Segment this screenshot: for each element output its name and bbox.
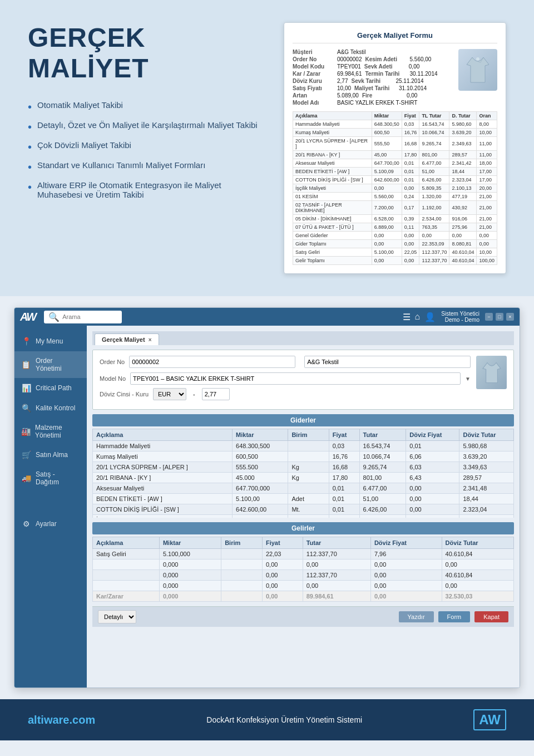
fire-label: Fire (362, 92, 407, 99)
model-no-row: Model No ▼ (100, 372, 471, 385)
table-row: Kumaş Maliyeti 600,500 16,76 10.066,74 6… (93, 451, 514, 462)
sidebar-item-order-yonetimi[interactable]: 📋 Order Yönetimi (14, 351, 87, 378)
giderler-section: Giderler Açıklama Miktar Birim Fiyat Tut… (92, 414, 514, 518)
model-kodu-value: TPEY001 (337, 63, 361, 70)
satis-fiyati-label: Satış Fiyatı (293, 85, 337, 91)
search-bar[interactable]: 🔍 (44, 311, 122, 323)
model-no-input[interactable] (130, 372, 461, 385)
sidebar-item-critical-path[interactable]: 📊 Critical Path (14, 378, 87, 398)
gelirler-table-area[interactable]: Açıklama Miktar Birim Fiyat Tutar Döviz … (92, 537, 514, 602)
sidebar-item-satin-alma[interactable]: 🛒 Satın Alma (14, 445, 87, 465)
sidebar-item-label: Malzeme Yönetimi (35, 424, 80, 439)
table-row: 20/1 RIBANA - [KY ] 45.000 Kg 17,80 801,… (93, 473, 514, 483)
col-miktar: Miktar (233, 429, 288, 441)
giderler-header-row: Açıklama Miktar Birim Fiyat Tutar Döviz … (93, 429, 514, 441)
doviz-cinsi-select[interactable]: EURUSDTRY (153, 388, 186, 400)
satin-alma-icon: 🛒 (21, 450, 31, 459)
sidebar-item-label: Critical Path (36, 384, 72, 392)
form-summary-table: Açıklama Miktar Fiyat TL Tutar D. Tutar … (293, 111, 497, 265)
table-row: 01 KESİM5.560,000,241.320,00477,1921,00 (293, 193, 497, 201)
col-d-tutar: D. Tutar (449, 112, 477, 120)
termin-label: Termin Tarihi (365, 71, 410, 77)
home-icon[interactable]: ⌂ (415, 312, 421, 322)
col-fiyat: Fiyat (402, 112, 419, 120)
page-footer: altiware.com DockArt Konfeksiyon Üretim … (0, 699, 534, 740)
satis-row: Satış Fiyatı 10,00 Maliyet Tarihi 31.10.… (293, 85, 453, 91)
artan-label: Artan (293, 92, 337, 99)
form-card: Gerçek Maliyet Formu Müşteri A&G Tekstil… (284, 22, 506, 274)
footer-site: altiware.com (28, 714, 95, 726)
table-row: 20/1 LYCRA SÜPREM - [ALPER ]555,5016,689… (293, 137, 497, 151)
table-row: Kumaş Maliyeti600,5016,7610.066,743.639,… (293, 129, 497, 137)
feature-item-4: Standart ve Kullanıcı Tanımlı Maliyet Fo… (28, 160, 261, 174)
sidebar-item-label: Ayarlar (36, 520, 57, 528)
yazdir-button[interactable]: Yazdır (399, 611, 434, 622)
col-doviz-fiyat: Döviz Fiyat (370, 537, 442, 549)
kar-zarar-label: Kar / Zarar (293, 71, 337, 77)
doviz-row: Döviz Cinsi - Kuru EURUSDTRY - (100, 388, 471, 400)
kesim-label: Kesim Adeti (365, 56, 410, 62)
detayli-select[interactable]: Detaylı Özet (98, 610, 136, 624)
col-doviz-tutar: Döviz Tutar (442, 537, 513, 549)
sevk-tarihi-value: 25.11.2014 (395, 78, 423, 84)
tab-label: Gerçek Maliyet (102, 336, 145, 343)
table-row: 02 TASNİF - [ALPER DİKİMHANE]7.200,000,1… (293, 201, 497, 215)
table-row: Gider Toplamı0,000,0022.353,098.080,810,… (293, 240, 497, 248)
sidebar-item-satis[interactable]: 🚚 Satış - Dağıtım (14, 465, 87, 492)
artan-row: Artan 5.089,00 Fire 0,00 (293, 92, 453, 99)
table-row: BEDEN ETİKETİ - [AW ] 5.100,00 Adet 0,01… (93, 494, 514, 504)
kar-zarar-row: Kar / Zarar 69.984,61 Termin Tarihi 30.1… (293, 71, 453, 77)
minimize-button[interactable]: − (485, 313, 493, 321)
sidebar-item-ayarlar[interactable]: ⚙ Ayarlar (14, 514, 87, 534)
svg-point-0 (476, 57, 479, 61)
maximize-button[interactable]: □ (496, 313, 503, 321)
sidebar-item-kalite[interactable]: 🔍 Kalite Kontrol (14, 398, 87, 418)
col-tl-tutar: TL Tutar (419, 112, 449, 120)
kapat-button[interactable]: Kapat (474, 611, 508, 622)
user-role: Demo - Demo (441, 317, 479, 323)
giderler-table-area[interactable]: Açıklama Miktar Birim Fiyat Tutar Döviz … (92, 429, 514, 518)
user-name: Sistem Yönetici (441, 311, 479, 317)
menu-icon[interactable]: ☰ (403, 312, 411, 322)
sidebar-item-malzeme[interactable]: 🏭 Malzeme Yönetimi (14, 418, 87, 445)
musteri-input[interactable] (304, 356, 471, 368)
satis-icon: 🚚 (21, 474, 31, 483)
window-controls: − □ × (485, 313, 514, 321)
my-menu-icon: 📍 (21, 337, 31, 346)
table-row: 07 ÜTÜ & PAKET - [ÜTÜ ]6.889,000,11763,3… (293, 223, 497, 232)
col-aciklama: Açıklama (93, 537, 160, 549)
model-adi-row: Model Adı BASIC YAZLIK ERKEK T-SHIRT (293, 100, 453, 106)
tab-bar: Gerçek Maliyet × (92, 331, 514, 345)
kar-zarar-value: 69.984,61 (337, 71, 362, 77)
footer-tagline: DockArt Konfeksiyon Üretim Yönetim Siste… (206, 715, 362, 724)
titlebar: AW 🔍 ☰ ⌂ 👤 Sistem Yönetici Demo - Demo −… (14, 308, 520, 326)
form-button[interactable]: Form (438, 611, 471, 622)
app-body: 📍 My Menu 📋 Order Yönetimi 📊 Critical Pa… (14, 326, 520, 688)
kur-input[interactable] (202, 388, 230, 400)
table-row: COTTON DİKİŞ İPLİĞİ - [SW ] 642.600,00 M… (93, 504, 514, 515)
sidebar-item-label: My Menu (36, 337, 63, 345)
tab-gercek-maliyet[interactable]: Gerçek Maliyet × (95, 333, 159, 345)
titlebar-center: ☰ ⌂ 👤 Sistem Yönetici Demo - Demo (250, 311, 479, 323)
fire-value: 0,00 (407, 92, 417, 99)
sevk-tarihi-label: Sevk Tarihi (351, 78, 395, 84)
sidebar-item-label: Satış - Dağıtım (36, 470, 80, 486)
tab-close-button[interactable]: × (149, 337, 152, 343)
top-section: GERÇEK MALİYET Otomatik Maliyet Takibi D… (0, 0, 534, 296)
model-no-label: Model No (100, 375, 126, 382)
table-row: 0,000 0,00 0,00 0,00 0,00 (93, 559, 514, 570)
order-no-input[interactable] (129, 356, 295, 368)
search-input[interactable] (62, 313, 118, 320)
close-button[interactable]: × (506, 313, 514, 321)
left-content: GERÇEK MALİYET Otomatik Maliyet Takibi D… (28, 22, 261, 206)
user-icon[interactable]: 👤 (424, 312, 436, 322)
gelirler-section: Gelirler Açıklama Miktar Birim Fiyat Tut… (92, 522, 514, 602)
musteri-row: Müşteri A&G Tekstil (293, 49, 453, 55)
sidebar-item-my-menu[interactable]: 📍 My Menu (14, 331, 87, 351)
shirt-icon (464, 55, 492, 85)
feature-item-2: Detaylı, Özet ve Ön Maliyet ile Karşılaş… (28, 120, 261, 134)
shirt-thumbnail-small (476, 356, 507, 389)
doviz-kuru-value: 2,77 (337, 78, 348, 84)
feature-item-1: Otomatik Maliyet Takibi (28, 100, 261, 114)
dropdown-icon: ▼ (465, 376, 471, 382)
